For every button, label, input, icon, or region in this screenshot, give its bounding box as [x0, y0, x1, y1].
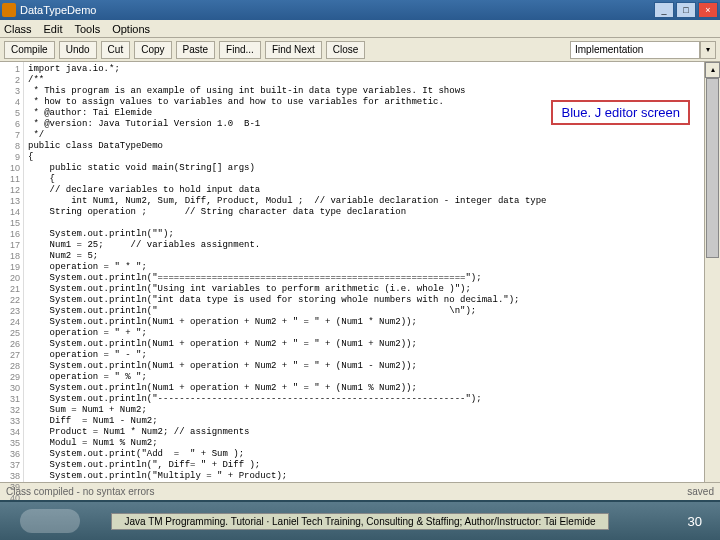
code-line[interactable]: {: [28, 174, 716, 185]
code-line[interactable]: System.out.println(", Diff= " + Diff );: [28, 460, 716, 471]
footer-text: Java TM Programming. Tutorial · Laniel T…: [111, 513, 608, 530]
line-number: 30: [0, 383, 20, 394]
code-line[interactable]: */: [28, 130, 716, 141]
line-number: 4: [0, 97, 20, 108]
window-title: DataTypeDemo: [20, 4, 96, 16]
close-button[interactable]: ×: [698, 2, 718, 18]
code-line[interactable]: System.out.println(" \n");: [28, 306, 716, 317]
minimize-button[interactable]: _: [654, 2, 674, 18]
line-number: 34: [0, 427, 20, 438]
undo-button[interactable]: Undo: [59, 41, 97, 59]
window-titlebar: DataTypeDemo _ □ ×: [0, 0, 720, 20]
menu-class[interactable]: Class: [4, 23, 32, 35]
code-line[interactable]: System.out.println(Num1 + operation + Nu…: [28, 317, 716, 328]
menu-options[interactable]: Options: [112, 23, 150, 35]
compile-button[interactable]: Compile: [4, 41, 55, 59]
code-line[interactable]: Num2 = 5;: [28, 251, 716, 262]
menubar: Class Edit Tools Options: [0, 20, 720, 38]
code-line[interactable]: [28, 218, 716, 229]
vertical-scrollbar[interactable]: ▴: [704, 62, 720, 482]
line-number: 3: [0, 86, 20, 97]
line-number: 38: [0, 471, 20, 482]
code-line[interactable]: System.out.println("");: [28, 229, 716, 240]
code-line[interactable]: // declare variables to hold input data: [28, 185, 716, 196]
titlebar-left: DataTypeDemo: [2, 3, 96, 17]
copy-button[interactable]: Copy: [134, 41, 171, 59]
code-line[interactable]: System.out.println(Num1 + operation + Nu…: [28, 339, 716, 350]
code-line[interactable]: import java.io.*;: [28, 64, 716, 75]
line-number: 23: [0, 306, 20, 317]
slide-footer: Java TM Programming. Tutorial · Laniel T…: [0, 500, 720, 540]
menu-edit[interactable]: Edit: [44, 23, 63, 35]
line-number: 15: [0, 218, 20, 229]
code-line[interactable]: System.out.println("int data type is use…: [28, 295, 716, 306]
code-line[interactable]: int Num1, Num2, Sum, Diff, Product, Modu…: [28, 196, 716, 207]
code-line[interactable]: String operation ; // String character d…: [28, 207, 716, 218]
scroll-thumb[interactable]: [706, 78, 719, 258]
line-number: 25: [0, 328, 20, 339]
line-number: 24: [0, 317, 20, 328]
code-line[interactable]: public class DataTypeDemo: [28, 141, 716, 152]
code-line[interactable]: System.out.println(Num1 + operation + Nu…: [28, 383, 716, 394]
toolbar-right: ▾: [570, 41, 716, 59]
line-number: 35: [0, 438, 20, 449]
line-number: 11: [0, 174, 20, 185]
code-line[interactable]: * This program is an example of using in…: [28, 86, 716, 97]
code-line[interactable]: System.out.println("Multiply = " + Produ…: [28, 471, 716, 482]
code-line[interactable]: operation = " + ";: [28, 328, 716, 339]
code-line[interactable]: /**: [28, 75, 716, 86]
line-number: 21: [0, 284, 20, 295]
code-line[interactable]: public static void main(String[] args): [28, 163, 716, 174]
line-number: 36: [0, 449, 20, 460]
code-line[interactable]: System.out.println("====================…: [28, 273, 716, 284]
code-line[interactable]: {: [28, 152, 716, 163]
menu-tools[interactable]: Tools: [74, 23, 100, 35]
code-line[interactable]: System.out.println("Using int variables …: [28, 284, 716, 295]
code-line[interactable]: System.out.print("Add = " + Sum );: [28, 449, 716, 460]
line-number-gutter: 1234567891011121314151617181920212223242…: [0, 62, 24, 482]
status-right: saved: [687, 486, 714, 497]
slide-number: 30: [688, 514, 702, 529]
window-controls: _ □ ×: [654, 2, 718, 18]
line-number: 37: [0, 460, 20, 471]
code-editor[interactable]: import java.io.*;/** * This program is a…: [24, 62, 720, 482]
code-line[interactable]: Sum = Num1 + Num2;: [28, 405, 716, 416]
code-line[interactable]: Diff = Num1 - Num2;: [28, 416, 716, 427]
footer-logo: [20, 509, 80, 533]
line-number: 9: [0, 152, 20, 163]
line-number: 27: [0, 350, 20, 361]
line-number: 10: [0, 163, 20, 174]
line-number: 5: [0, 108, 20, 119]
scroll-up-icon[interactable]: ▴: [705, 62, 720, 78]
line-number: 12: [0, 185, 20, 196]
paste-button[interactable]: Paste: [176, 41, 216, 59]
find-button[interactable]: Find...: [219, 41, 261, 59]
annotation-callout: Blue. J editor screen: [551, 100, 690, 125]
line-number: 7: [0, 130, 20, 141]
cut-button[interactable]: Cut: [101, 41, 131, 59]
line-number: 8: [0, 141, 20, 152]
line-number: 14: [0, 207, 20, 218]
find-next-button[interactable]: Find Next: [265, 41, 322, 59]
code-line[interactable]: Modul = Num1 % Num2;: [28, 438, 716, 449]
line-number: 33: [0, 416, 20, 427]
toolbar: Compile Undo Cut Copy Paste Find... Find…: [0, 38, 720, 62]
line-number: 29: [0, 372, 20, 383]
code-line[interactable]: Product = Num1 * Num2; // assignments: [28, 427, 716, 438]
code-line[interactable]: System.out.println(Num1 + operation + Nu…: [28, 361, 716, 372]
app-icon: [2, 3, 16, 17]
close-editor-button[interactable]: Close: [326, 41, 366, 59]
code-line[interactable]: operation = " - ";: [28, 350, 716, 361]
view-mode-dropdown-icon[interactable]: ▾: [700, 41, 716, 59]
line-number: 18: [0, 251, 20, 262]
line-number: 2: [0, 75, 20, 86]
line-number: 6: [0, 119, 20, 130]
code-line[interactable]: operation = " % ";: [28, 372, 716, 383]
view-mode-field[interactable]: [570, 41, 700, 59]
code-line[interactable]: System.out.println("--------------------…: [28, 394, 716, 405]
code-line[interactable]: operation = " * ";: [28, 262, 716, 273]
line-number: 26: [0, 339, 20, 350]
status-left: Class compiled - no syntax errors: [6, 486, 154, 497]
maximize-button[interactable]: □: [676, 2, 696, 18]
code-line[interactable]: Num1 = 25; // variables assignment.: [28, 240, 716, 251]
